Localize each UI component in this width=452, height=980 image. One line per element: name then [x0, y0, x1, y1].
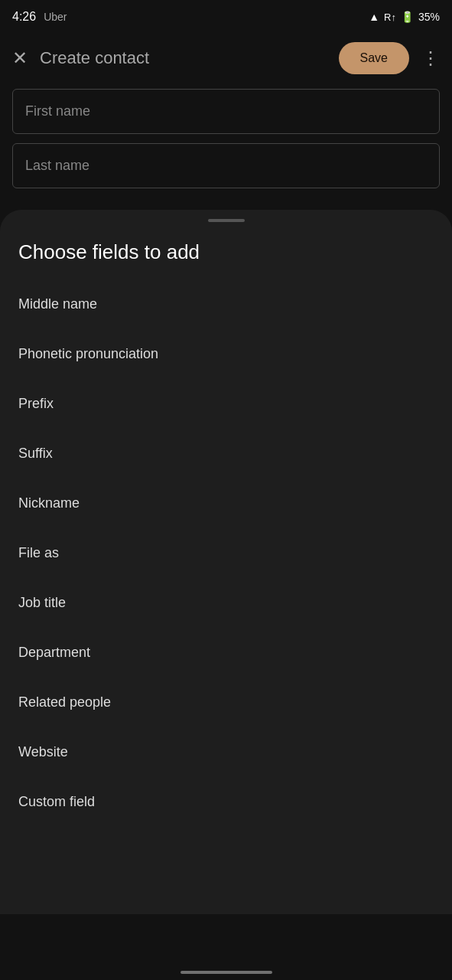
- app-bar-right: Save ⋮: [339, 42, 440, 74]
- app-bar: ✕ Create contact Save ⋮: [0, 34, 452, 83]
- field-item-file-as[interactable]: File as: [0, 528, 452, 578]
- save-button[interactable]: Save: [339, 42, 409, 74]
- field-item-prefix[interactable]: Prefix: [0, 379, 452, 429]
- more-options-icon[interactable]: ⋮: [421, 47, 440, 69]
- app-bar-left: ✕ Create contact: [12, 47, 149, 69]
- status-left: 4:26 Uber: [12, 10, 67, 24]
- status-app: Uber: [44, 11, 67, 23]
- field-item-suffix[interactable]: Suffix: [0, 429, 452, 479]
- sheet-title: Choose fields to add: [0, 240, 452, 279]
- drag-handle: [208, 219, 245, 222]
- close-icon[interactable]: ✕: [12, 47, 28, 69]
- wifi-icon: ▲: [369, 11, 379, 23]
- field-item-phonetic-pronunciation[interactable]: Phonetic pronunciation: [0, 329, 452, 379]
- first-name-input[interactable]: [12, 89, 440, 134]
- battery-icon: 🔋: [401, 11, 414, 23]
- field-item-job-title[interactable]: Job title: [0, 578, 452, 628]
- field-item-custom-field[interactable]: Custom field: [0, 777, 452, 827]
- battery-level: 35%: [418, 11, 440, 23]
- field-item-website[interactable]: Website: [0, 727, 452, 777]
- page-title: Create contact: [40, 48, 149, 68]
- field-item-middle-name[interactable]: Middle name: [0, 279, 452, 329]
- status-bar: 4:26 Uber ▲ R↑ 🔋 35%: [0, 0, 452, 34]
- field-item-department[interactable]: Department: [0, 628, 452, 678]
- last-name-input[interactable]: [12, 143, 440, 188]
- field-item-related-people[interactable]: Related people: [0, 678, 452, 727]
- form-area: [0, 83, 452, 210]
- status-right: ▲ R↑ 🔋 35%: [369, 11, 440, 23]
- status-time: 4:26: [12, 10, 36, 24]
- bottom-sheet: Choose fields to add Middle namePhonetic…: [0, 210, 452, 914]
- home-indicator: [180, 971, 272, 974]
- signal-icon: R↑: [384, 11, 396, 23]
- field-item-nickname[interactable]: Nickname: [0, 479, 452, 528]
- field-list: Middle namePhonetic pronunciationPrefixS…: [0, 279, 452, 827]
